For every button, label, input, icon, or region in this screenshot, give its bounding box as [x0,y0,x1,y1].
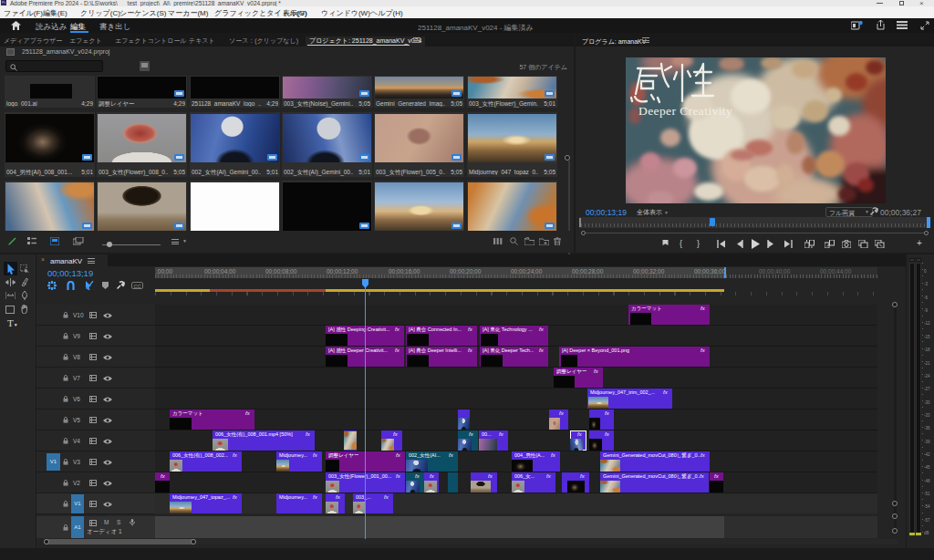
svg-text:Deeper Creativity: Deeper Creativity [638,104,732,118]
